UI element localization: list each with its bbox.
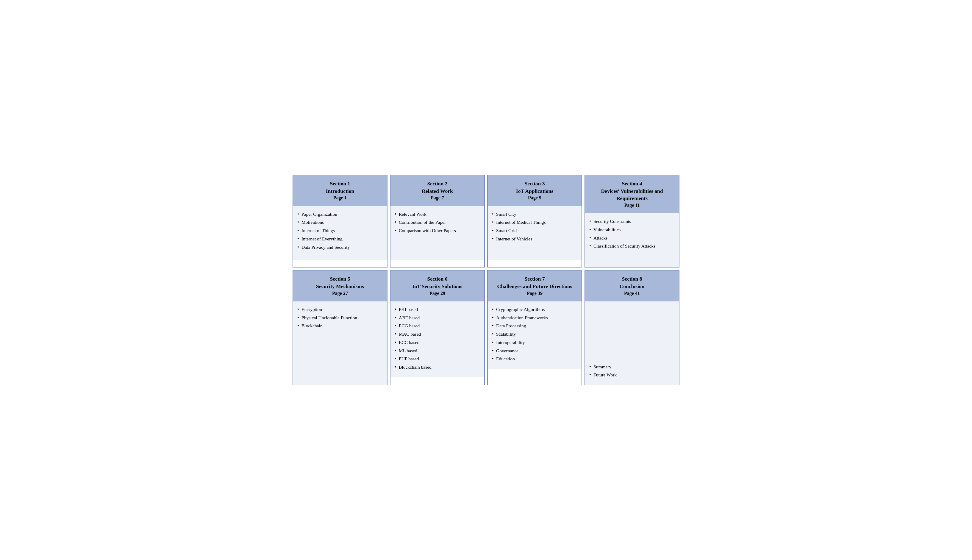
list-section-2: Relevant WorkContribution of the PaperCo…	[393, 211, 480, 234]
body-section-5: EncryptionPhysical Unclonable FunctionBl…	[293, 302, 387, 385]
card-section-4: Section 4Devices' Vulnerabilities and Re…	[585, 175, 679, 268]
list-item: Education	[491, 356, 577, 362]
list-item: PUF based	[393, 356, 480, 362]
title-section-2: Related Work	[394, 187, 481, 195]
list-item: Internet of Medical Things	[491, 219, 577, 225]
body-section-1: Paper OrganizationMotivationsInternet of…	[293, 206, 387, 260]
body-section-7: Cryptographic AlgorithmsAuthentication F…	[488, 302, 582, 369]
page-section-8: Page 41	[589, 290, 675, 297]
list-section-5: EncryptionPhysical Unclonable FunctionBl…	[296, 306, 383, 329]
header-section-1: Section 1IntroductionPage 1	[293, 175, 387, 206]
list-item: MAC based	[393, 331, 480, 337]
list-item: Contribution of the Paper	[393, 219, 480, 225]
list-item: Attacks	[588, 235, 675, 241]
page-section-3: Page 9	[491, 195, 578, 201]
page-section-2: Page 7	[394, 195, 481, 201]
list-item: Internet of Everything	[296, 236, 383, 242]
label-section-4: Section 4	[589, 180, 675, 187]
list-item: PKI based	[393, 306, 480, 313]
list-item: Paper Organization	[296, 211, 383, 218]
card-section-2: Section 2Related WorkPage 7Relevant Work…	[390, 175, 485, 268]
list-section-4: Security ConstraintsVulnerabilitiesAttac…	[588, 218, 675, 249]
list-item: Blockchain	[296, 323, 383, 329]
header-section-8: Section 8ConclusionPage 41	[585, 270, 679, 302]
title-section-4: Devices' Vulnerabilities and Requirement…	[589, 187, 675, 202]
title-section-3: IoT Applications	[491, 187, 578, 195]
list-item: Classification of Security Attacks	[588, 243, 675, 249]
header-section-4: Section 4Devices' Vulnerabilities and Re…	[585, 175, 679, 213]
header-section-3: Section 3IoT ApplicationsPage 9	[488, 175, 582, 206]
title-section-6: IoT Security Solutions	[394, 283, 481, 290]
label-section-2: Section 2	[394, 180, 481, 187]
label-section-6: Section 6	[394, 275, 481, 283]
card-section-1: Section 1IntroductionPage 1Paper Organiz…	[293, 175, 387, 268]
list-item: Physical Unclonable Function	[296, 315, 383, 321]
list-item: Smart Grid	[491, 227, 577, 234]
list-section-3: Smart CityInternet of Medical ThingsSmar…	[491, 211, 577, 242]
list-item: ML based	[393, 348, 480, 354]
title-section-7: Challenges and Future Directions	[491, 283, 578, 290]
header-section-6: Section 6IoT Security SolutionsPage 29	[390, 270, 484, 302]
header-section-7: Section 7Challenges and Future Direction…	[488, 270, 582, 302]
label-section-8: Section 8	[589, 275, 675, 283]
header-section-5: Section 5Security MechanismsPage 27	[293, 270, 387, 302]
list-item: Cryptographic Algorithms	[491, 306, 577, 313]
body-section-8: SummaryFuture Work	[585, 302, 679, 385]
label-section-5: Section 5	[297, 275, 383, 283]
list-item: Governance	[491, 348, 577, 354]
page-section-4: Page 11	[589, 202, 675, 208]
list-item: ECC based	[393, 339, 480, 346]
list-section-7: Cryptographic AlgorithmsAuthentication F…	[491, 306, 577, 362]
list-item: Data Privacy and Security	[296, 244, 383, 250]
page-section-6: Page 29	[394, 290, 481, 297]
card-section-6: Section 6IoT Security SolutionsPage 29PK…	[390, 270, 485, 385]
list-item: Motivations	[296, 219, 383, 225]
list-item: Future Work	[588, 372, 675, 378]
list-section-6: PKI basedABE basedECG basedMAC basedECC …	[393, 306, 480, 370]
list-item: ECG based	[393, 323, 480, 329]
header-section-2: Section 2Related WorkPage 7	[390, 175, 484, 206]
list-item: Interoperability	[491, 339, 577, 346]
list-item: Vulnerabilities	[588, 227, 675, 233]
page-section-7: Page 39	[491, 290, 578, 297]
label-section-7: Section 7	[491, 275, 578, 283]
list-section-1: Paper OrganizationMotivationsInternet of…	[296, 211, 383, 250]
list-item: Encryption	[296, 306, 383, 313]
list-item: Comparison with Other Papers	[393, 227, 480, 234]
list-item: Data Processing	[491, 323, 577, 329]
list-section-8: SummaryFuture Work	[588, 363, 675, 380]
list-item: Authentication Frameworks	[491, 315, 577, 321]
title-section-8: Conclusion	[589, 283, 675, 290]
title-section-1: Introduction	[297, 187, 383, 195]
page-section-5: Page 27	[297, 290, 383, 297]
list-item: Relevant Work	[393, 211, 480, 218]
sections-grid: Section 1IntroductionPage 1Paper Organiz…	[293, 175, 679, 385]
list-item: Smart City	[491, 211, 577, 218]
label-section-3: Section 3	[491, 180, 578, 187]
list-item: Summary	[588, 363, 675, 370]
card-section-5: Section 5Security MechanismsPage 27Encry…	[293, 270, 387, 385]
body-section-4: Security ConstraintsVulnerabilitiesAttac…	[585, 213, 679, 267]
list-item: Blockchain based	[393, 364, 480, 370]
list-item: ABE based	[393, 315, 480, 321]
title-section-5: Security Mechanisms	[297, 283, 383, 290]
body-section-6: PKI basedABE basedECG basedMAC basedECC …	[390, 302, 484, 377]
card-section-3: Section 3IoT ApplicationsPage 9Smart Cit…	[487, 175, 582, 268]
list-item: Scalability	[491, 331, 577, 337]
label-section-1: Section 1	[297, 180, 383, 187]
card-section-8: Section 8ConclusionPage 41SummaryFuture …	[585, 270, 679, 385]
list-item: Internet of Vehicles	[491, 236, 577, 242]
page-section-1: Page 1	[297, 195, 383, 201]
list-item: Security Constraints	[588, 218, 675, 225]
list-item: Internet of Things	[296, 227, 383, 234]
card-section-7: Section 7Challenges and Future Direction…	[487, 270, 582, 385]
body-section-3: Smart CityInternet of Medical ThingsSmar…	[488, 206, 582, 260]
body-section-2: Relevant WorkContribution of the PaperCo…	[390, 206, 484, 260]
